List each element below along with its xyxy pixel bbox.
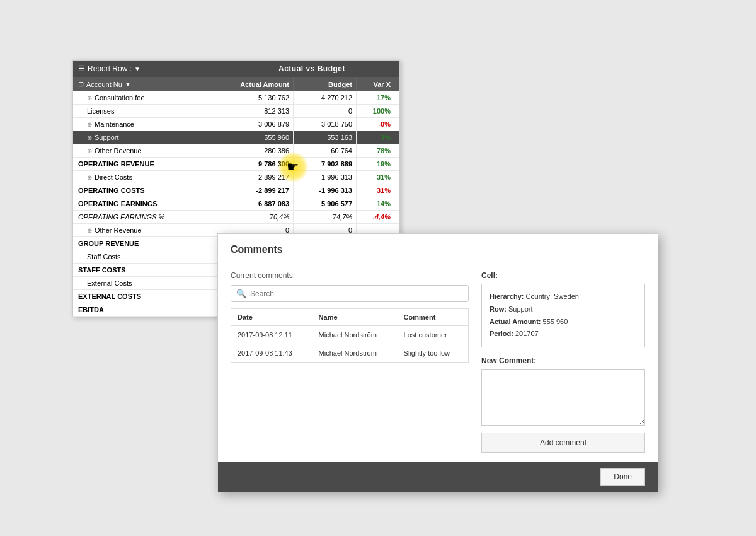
row-account-name: OPERATING EARNINGS % [73,211,224,223]
comment-row: 2017-09-08 11:43 Michael Nordström Sligh… [231,344,469,363]
row-account-name: Licenses [73,105,224,117]
row-label: Support [94,134,119,141]
row-var: 14% [357,197,394,210]
comments-left-panel: Current comments: 🔍 Date Name Comment 20… [231,271,469,453]
row-account-name: EBITDA [73,303,224,316]
row-label: STAFF COSTS [78,266,126,274]
row-account-name: Staff Costs [73,250,224,263]
search-icon: 🔍 [236,289,246,298]
row-label: Other Revenue [94,226,142,234]
expand-icon[interactable]: ⊕ [87,121,92,128]
row-account-name: OPERATING EARNINGS [73,197,224,210]
row-label: Other Revenue [94,147,142,154]
var-x-header: Var X [357,78,394,91]
row-var: 31% [357,171,394,184]
row-label: EBITDA [78,306,104,313]
row-var: 17% [357,91,394,104]
table-row: OPERATING EARNINGS 6 887 083 5 906 577 1… [73,197,399,211]
report-row-header[interactable]: ☰ Report Row : ▼ [73,61,224,77]
row-label: OPERATING EARNINGS [78,200,158,207]
row-actual: 6 887 083 [224,197,294,210]
table-row: OPERATING COSTS -2 899 217 -1 996 313 31… [73,184,399,197]
search-input[interactable] [250,289,463,298]
row-budget: -1 996 313 [294,184,357,197]
add-comment-button[interactable]: Add comment [481,433,645,453]
row-account-name: GROUP REVENUE [73,237,224,250]
row-label: OPERATING EARNINGS % [78,213,164,221]
comments-dialog: Comments Current comments: 🔍 Date Name C… [217,233,658,492]
row-label: EXTERNAL COSTS [78,293,141,300]
table-row: ⊕ Direct Costs -2 899 217 -1 996 313 31% [73,171,399,184]
cursor-highlight: ☛ [277,151,309,183]
row-account-name: ⊕ Other Revenue [73,144,224,157]
row-account-name: External Costs [73,277,224,289]
comment-author: Michael Nordström [312,326,398,344]
row-budget: 553 163 [294,131,357,144]
row-account-name: ⊕ Direct Costs [73,171,224,184]
expand-icon[interactable]: ⊕ [87,148,92,154]
row-budget: 3 018 750 [294,118,357,131]
table-row: ⊕ Other Revenue 280 386 60 764 78% [73,144,399,158]
row-label: Maintenance [94,120,134,128]
dialog-title: Comments [231,244,645,255]
comments-table: Date Name Comment 2017-09-08 12:11 Micha… [231,308,469,363]
comments-right-panel: Cell: Hierarchy: Country: Sweden Row: Su… [481,271,645,453]
row-var: 31% [357,184,394,197]
dialog-footer: Done [218,462,658,492]
table-row: ⊕ Maintenance 3 006 879 3 018 750 -0% [73,118,399,131]
cell-info-box: Hierarchy: Country: Sweden Row: Support … [481,284,645,347]
comment-text: Lost customer [398,326,469,344]
row-budget: 0 [294,105,357,117]
row-label: Staff Costs [87,253,121,260]
row-var: 100% [357,105,394,117]
comment-author: Michael Nordström [312,344,398,363]
hamburger-icon: ☰ [78,64,85,73]
row-actual: 812 313 [224,105,294,117]
comment-date: 2017-09-08 11:43 [231,344,312,363]
expand-icon[interactable]: ⊕ [87,134,92,141]
row-var: 78% [357,144,394,157]
comment-date: 2017-09-08 12:11 [231,326,312,344]
cell-actual-amount: Actual Amount: 555 960 [490,316,637,329]
row-actual: 5 130 762 [224,91,294,104]
table-subheader: ⊞ Account Nu ▼ Actual Amount Budget Var … [73,77,399,91]
done-button[interactable]: Done [600,468,645,486]
expand-icon[interactable]: ⊕ [87,227,92,234]
date-column-header: Date [231,309,312,326]
row-label: Direct Costs [94,173,132,181]
row-label: GROUP REVENUE [78,240,139,247]
row-var: -4,4% [357,211,394,223]
row-account-name: ⊕ Support [73,131,224,144]
row-account-name: STAFF COSTS [73,264,224,276]
account-chevron-icon: ▼ [125,81,131,88]
row-actual: 555 960 [224,131,294,144]
row-label: Licenses [87,107,114,115]
new-comment-textarea[interactable] [481,369,645,426]
dialog-header: Comments [218,234,658,262]
new-comment-label: New Comment: [481,356,645,365]
report-row-label: Report Row : [88,64,132,73]
row-budget: 4 270 212 [294,91,357,104]
row-actual: 3 006 879 [224,118,294,131]
row-account-name: ⊕ Consultation fee [73,91,224,104]
cell-hierarchy: Hierarchy: Country: Sweden [490,291,637,303]
row-label: External Costs [87,279,132,287]
row-label: OPERATING REVENUE [78,160,154,168]
row-account-name: OPERATING COSTS [73,184,224,197]
account-number-header[interactable]: ⊞ Account Nu ▼ [73,77,224,91]
row-label: OPERATING COSTS [78,187,145,194]
table-row: OPERATING REVENUE 9 786 300 7 902 889 19… [73,158,399,171]
expand-icon[interactable]: ⊕ [87,95,92,102]
actual-amount-header: Actual Amount [224,78,294,91]
row-account-name: OPERATING REVENUE [73,158,224,170]
cell-label: Cell: [481,271,645,280]
comment-column-header: Comment [398,309,469,326]
row-budget: 74,7% [294,211,357,223]
row-actual: -2 899 217 [224,184,294,197]
search-box[interactable]: 🔍 [231,285,469,302]
comment-row: 2017-09-08 12:11 Michael Nordström Lost … [231,326,469,344]
budget-header: Budget [294,78,357,91]
row-budget: 5 906 577 [294,197,357,210]
dialog-body: Current comments: 🔍 Date Name Comment 20… [218,262,658,462]
expand-icon[interactable]: ⊕ [87,174,92,181]
